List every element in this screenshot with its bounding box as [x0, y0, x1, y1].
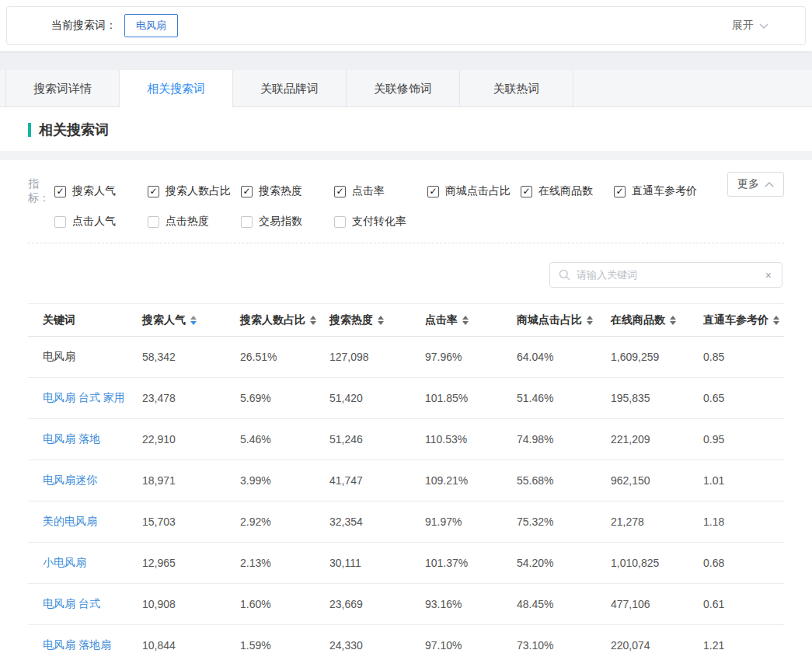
metric-checkbox-item[interactable]: 点击热度 [148, 215, 241, 229]
sort-icon[interactable] [310, 316, 316, 325]
checkbox-checked[interactable]: ✓ [521, 186, 532, 197]
checkbox-checked[interactable]: ✓ [334, 186, 346, 197]
metric-cell: 23,669 [329, 598, 425, 610]
tab-related-brand-terms[interactable]: 关联品牌词 [233, 70, 347, 107]
metric-checkbox-item[interactable]: ✓ 商城点击占比 [427, 184, 521, 198]
metric-cell: 41,747 [329, 474, 425, 487]
metric-cell: 2.13% [240, 557, 329, 569]
metric-cell: 51.46% [517, 392, 611, 404]
metric-cell: 127,098 [329, 351, 425, 363]
tab-related-search-terms[interactable]: 相关搜索词 [120, 70, 233, 107]
column-header-ppc-reference-price[interactable]: 直通车参考价 [703, 313, 784, 327]
metric-cell: 1.01 [703, 474, 784, 487]
metric-cell: 5.69% [240, 392, 329, 404]
metric-cell: 110.53% [425, 433, 517, 446]
column-header-label: 搜索人气 [142, 313, 186, 327]
checkbox-checked[interactable]: ✓ [614, 186, 626, 197]
keyword-link[interactable]: 电风扇迷你 [43, 474, 97, 486]
metric-cell: 101.37% [425, 557, 517, 569]
metric-checkbox-item[interactable]: 点击人气 [54, 215, 148, 229]
metric-cell: 23,478 [142, 392, 240, 404]
checkbox-unchecked[interactable] [241, 216, 253, 228]
metric-cell: 1.18 [703, 515, 784, 528]
expand-toggle[interactable]: 展开 [732, 19, 768, 33]
column-header-label: 商城点击占比 [517, 313, 582, 327]
metric-checkbox-item[interactable]: 支付转化率 [334, 215, 427, 229]
keyword-link[interactable]: 电风扇 落地 [43, 432, 100, 445]
metric-cell: 3.99% [240, 474, 329, 487]
metric-cell: 10,908 [142, 598, 240, 610]
column-header-online-products[interactable]: 在线商品数 [611, 313, 703, 327]
column-header-label: 搜索人数占比 [240, 313, 305, 327]
metric-checkbox-item[interactable]: ✓ 搜索人气 [54, 184, 148, 198]
metric-cell: 15,703 [142, 515, 240, 528]
checkbox-checked[interactable]: ✓ [241, 186, 253, 197]
expand-label: 展开 [732, 19, 754, 33]
metric-cell: 12,965 [142, 557, 240, 569]
sort-icon[interactable] [670, 316, 676, 325]
keyword-search-input[interactable] [577, 269, 764, 281]
checkbox-unchecked[interactable] [334, 216, 346, 228]
metric-cell: 97.10% [425, 639, 517, 652]
metric-cell: 74.98% [517, 433, 611, 446]
checkbox-checked[interactable]: ✓ [54, 186, 66, 197]
current-keyword-tag[interactable]: 电风扇 [124, 14, 178, 37]
checkbox-checked[interactable]: ✓ [148, 186, 159, 197]
metric-checkbox-item[interactable]: ✓ 在线商品数 [521, 184, 614, 198]
metric-cell: 21,278 [611, 515, 703, 528]
metric-cell: 1.21 [703, 639, 784, 652]
check-icon: ✓ [615, 187, 623, 196]
keyword-link[interactable]: 电风扇 台式 家用 [43, 391, 125, 404]
metric-cell: 1,010,825 [611, 557, 703, 569]
metric-cell: 0.95 [703, 433, 784, 446]
clear-search-icon[interactable]: × [764, 270, 773, 281]
column-header-search-heat[interactable]: 搜索热度 [329, 313, 425, 327]
keyword-link[interactable]: 美的电风扇 [43, 515, 97, 527]
metric-cell: 58,342 [142, 351, 240, 363]
keyword-link[interactable]: 电风扇 落地扇 [43, 638, 111, 651]
more-button[interactable]: 更多 [727, 172, 784, 197]
metric-cell: 97.96% [425, 351, 517, 363]
metric-checkbox-item[interactable]: ✓ 直通车参考价 [614, 184, 697, 198]
column-header-search-popularity[interactable]: 搜索人气 [142, 313, 240, 327]
column-header-click-rate[interactable]: 点击率 [425, 313, 517, 327]
checkbox-checked[interactable]: ✓ [427, 186, 439, 197]
checkbox-unchecked[interactable] [148, 216, 159, 228]
related-search-table: 关键词 搜索人气 搜索人数占比 搜索热度 点击率 商城点击占比 [28, 303, 784, 657]
metric-checkbox-label: 点击热度 [166, 215, 209, 229]
metrics-row-1: 指标： ✓ 搜索人气 ✓ 搜索人数占比 ✓ 搜索热度 ✓ 点击率 ✓ 商城点击占… [28, 177, 784, 205]
tab-related-modifier-terms[interactable]: 关联修饰词 [347, 70, 460, 107]
metric-cell: 48.45% [517, 598, 611, 610]
metric-cell: 18,971 [142, 474, 240, 487]
metric-checkbox-label: 点击率 [352, 184, 385, 198]
sort-icon[interactable] [462, 316, 469, 325]
metric-cell: 93.16% [425, 598, 517, 610]
column-header-label: 直通车参考价 [703, 313, 768, 327]
sort-icon[interactable] [587, 316, 593, 325]
metric-checkbox-label: 支付转化率 [352, 215, 406, 229]
column-header-label: 搜索热度 [329, 313, 373, 327]
search-row: × [0, 243, 812, 303]
sort-icon[interactable] [378, 316, 384, 325]
column-header-mall-click-ratio[interactable]: 商城点击占比 [517, 313, 611, 327]
metric-checkbox-item[interactable]: 交易指数 [241, 215, 334, 229]
sort-icon[interactable] [190, 316, 197, 325]
metric-checkbox-item[interactable]: ✓ 搜索人数占比 [148, 184, 241, 198]
checkbox-unchecked[interactable] [54, 216, 66, 228]
keyword-link[interactable]: 小电风扇 [43, 556, 86, 568]
column-header-search-user-ratio[interactable]: 搜索人数占比 [240, 313, 329, 327]
check-icon: ✓ [522, 187, 530, 196]
keyword-text: 电风扇 [43, 350, 75, 362]
keyword-link[interactable]: 电风扇 台式 [43, 597, 100, 610]
sort-icon[interactable] [773, 316, 779, 325]
tab-related-hot-terms[interactable]: 关联热词 [460, 70, 573, 107]
section-divider-band [0, 151, 812, 160]
tab-search-term-detail[interactable]: 搜索词详情 [6, 70, 120, 107]
metric-checkbox-item[interactable]: ✓ 点击率 [334, 184, 427, 198]
current-search-term-bar: 当前搜索词： 电风扇 展开 [6, 6, 806, 45]
metric-cell: 51,246 [329, 433, 425, 446]
metric-checkbox-item[interactable]: ✓ 搜索热度 [241, 184, 334, 198]
metric-cell: 26.51% [240, 351, 329, 363]
metrics-label: 指标： [28, 177, 54, 205]
keyword-search-box[interactable]: × [549, 262, 782, 288]
